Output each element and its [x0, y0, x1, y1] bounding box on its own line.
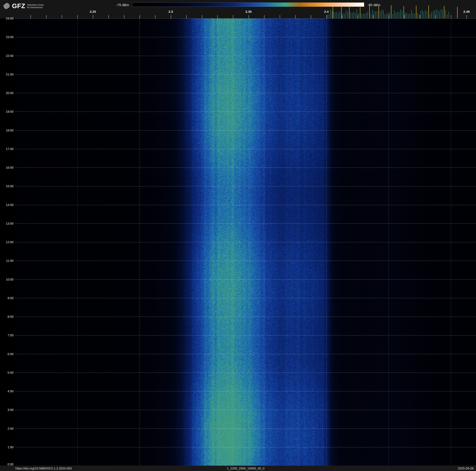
time-label: 19:00 [1, 110, 14, 113]
time-label: 24:00 [1, 17, 14, 20]
signal-tick-teal [441, 9, 441, 18]
signal-tick-teal [396, 12, 396, 18]
freq-tick-label: 2.49 [459, 10, 473, 14]
signal-tick-teal [354, 12, 354, 18]
dataset-name: 1_2200_2500_10000_40_0 [227, 467, 265, 470]
signal-tick-teal [449, 12, 449, 18]
signal-tick-teal [371, 14, 371, 18]
signal-tick-teal [435, 10, 435, 18]
signal-tick-teal [425, 10, 425, 18]
freq-minor-tick [404, 15, 405, 18]
signal-tick-teal [358, 13, 359, 18]
signal-tick-teal [343, 13, 343, 18]
signal-tick-teal [357, 9, 357, 18]
signal-tick-teal [407, 13, 407, 18]
signal-tick-teal [397, 12, 398, 18]
freq-tick-label: 2.3 [164, 10, 178, 14]
footer-bar: https://doi.org/10.5880/GFZ.1.2.2024.003… [0, 466, 476, 471]
signal-tick-teal [385, 14, 385, 18]
signal-tick-teal [438, 10, 438, 18]
freq-minor-tick [31, 15, 31, 18]
freq-minor-tick [466, 15, 467, 18]
doi-link[interactable]: https://doi.org/10.5880/GFZ.1.2.2024.003 [15, 467, 72, 470]
signal-tick-teal [390, 12, 390, 18]
signal-tick-teal [365, 14, 365, 18]
signal-tick-teal [388, 13, 388, 18]
freq-minor-tick [326, 15, 327, 18]
signal-tick-teal [431, 12, 432, 18]
freq-minor-tick [420, 15, 420, 18]
freq-tick-label: 2.35 [242, 10, 255, 14]
signal-tick-teal [447, 15, 447, 18]
freq-minor-tick [249, 15, 249, 18]
freq-minor-tick [451, 15, 451, 18]
signal-tick-teal [442, 9, 443, 18]
signal-tick-teal [344, 14, 345, 18]
time-label: 3:00 [1, 408, 14, 412]
time-label: 16:00 [1, 166, 14, 169]
time-label: 18:00 [1, 129, 14, 132]
freq-minor-tick [108, 15, 109, 18]
signal-tick-yellow [428, 5, 429, 18]
signal-tick-teal [340, 12, 340, 18]
signal-tick-teal [414, 14, 415, 18]
signal-tick-teal [377, 11, 377, 18]
signal-tick-teal [352, 13, 352, 18]
freq-minor-tick [155, 15, 155, 18]
freq-minor-tick [233, 15, 233, 18]
freq-minor-tick [93, 15, 93, 18]
signal-tick-teal [400, 10, 401, 18]
freq-minor-tick [280, 15, 280, 18]
signal-tick-teal [405, 13, 405, 18]
freq-tick-label: 2.4 [320, 10, 333, 14]
signal-tick-teal [332, 11, 332, 18]
signal-tick-teal [363, 14, 363, 18]
signal-tick-yellow [341, 5, 342, 18]
time-label: 15:00 [1, 184, 14, 188]
time-label: 22:00 [1, 54, 14, 57]
time-label: 1:00 [1, 446, 14, 449]
signal-tick-teal [399, 12, 399, 18]
signal-tick-teal [347, 12, 348, 18]
signal-tick-teal [330, 9, 331, 18]
signal-tick-teal [329, 14, 329, 18]
signal-tick-yellow [391, 5, 391, 18]
time-label: 21:00 [1, 73, 14, 76]
freq-minor-tick [217, 15, 218, 18]
time-label: 2:00 [1, 427, 14, 430]
time-label: 12:00 [1, 240, 14, 244]
signal-tick-teal [337, 12, 337, 18]
time-label: 0:00 [1, 463, 14, 466]
signal-tick-teal [433, 11, 433, 18]
freq-minor-tick [264, 15, 264, 18]
freq-minor-tick [171, 15, 171, 18]
freq-minor-tick [342, 15, 342, 18]
plot-area [15, 18, 476, 466]
header-bar: GFZ Helmholtz Centre for Geosciences -75… [0, 0, 476, 18]
time-label: 6:00 [1, 352, 14, 356]
signal-tick-teal [383, 10, 384, 18]
signal-tick-teal [394, 10, 394, 18]
signal-tick-teal [351, 12, 351, 18]
signal-tick-teal [327, 15, 327, 18]
signal-tick-teal [430, 14, 430, 18]
signal-tick-yellow [416, 6, 416, 18]
signal-tick-teal [335, 12, 335, 18]
time-label: 11:00 [1, 259, 14, 262]
time-label: 23:00 [1, 35, 14, 39]
signal-tick-teal [375, 11, 376, 18]
freq-minor-tick [389, 15, 389, 18]
signal-tick-teal [413, 13, 413, 18]
spectrogram-canvas [15, 18, 476, 466]
freq-minor-tick [140, 15, 140, 18]
signal-tick-yellow [349, 6, 349, 18]
freq-minor-tick [435, 15, 436, 18]
signal-tick-teal [421, 11, 421, 18]
time-label: 9:00 [1, 296, 14, 300]
freq-minor-tick [46, 15, 47, 18]
signal-tick-teal [408, 14, 408, 18]
time-label: 13:00 [1, 222, 14, 225]
signal-tick-teal [419, 14, 419, 18]
time-label: 5:00 [1, 371, 14, 374]
signal-tick-yellow [404, 6, 404, 18]
